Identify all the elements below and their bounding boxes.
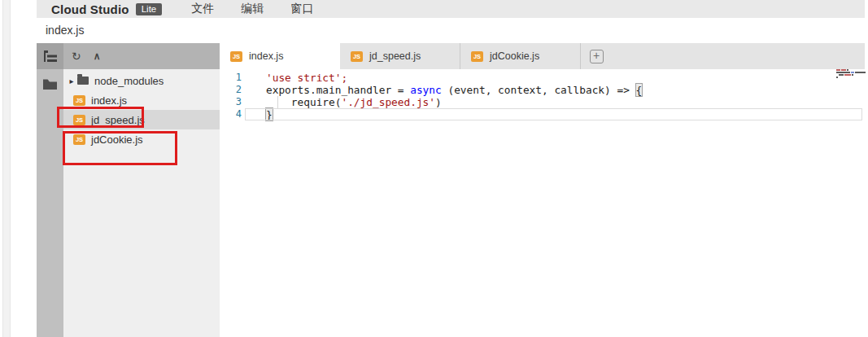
close-brace-token: }	[266, 108, 273, 120]
menu-bar: Cloud Studio Lite 文件 编辑 窗口	[37, 0, 865, 18]
cloud-studio-window: Cloud Studio Lite 文件 编辑 窗口 index.js	[0, 0, 868, 337]
string-token: 'use strict';	[266, 72, 347, 84]
activity-bar	[37, 43, 63, 337]
folder-view-button[interactable]	[37, 69, 63, 98]
minimap-line	[836, 74, 867, 76]
tab-label: index.js	[249, 50, 283, 62]
keyword-token: async	[410, 84, 442, 96]
tree-item-index-js[interactable]: JS index.js	[63, 90, 220, 110]
current-line-highlight	[245, 108, 862, 120]
plain-token: require(	[266, 96, 341, 108]
line-number: 1	[220, 72, 242, 84]
line-number: 4	[220, 108, 242, 120]
tab-index-js[interactable]: JS index.js	[220, 43, 340, 69]
open-brace-token: {	[636, 84, 643, 96]
explorer-view-button[interactable]	[37, 43, 63, 69]
code-line-2[interactable]: 2 exports.main_handler = async (event, c…	[220, 84, 865, 96]
menu-item-window[interactable]: 窗口	[290, 2, 313, 16]
menu-item-edit[interactable]: 编辑	[241, 2, 264, 16]
breadcrumb: index.js	[37, 18, 865, 42]
menu-items: 文件 编辑 窗口	[191, 2, 313, 16]
lite-badge: Lite	[136, 3, 163, 15]
line-number: 3	[220, 96, 242, 108]
editor-tab-bar: JS index.js JS jd_speed.js JS jdCookie.j…	[220, 43, 865, 69]
explorer-panel: ↻ ∧ ▸ node_modules JS index.js JS jd_spe…	[63, 43, 220, 337]
folder-icon	[43, 79, 57, 90]
breadcrumb-bar: index.js	[37, 18, 865, 43]
tree-item-jdcookie-js[interactable]: JS jdCookie.js	[63, 129, 220, 149]
menu-item-file[interactable]: 文件	[191, 2, 214, 16]
minimap-line	[836, 77, 867, 78]
tree-item-node-modules[interactable]: ▸ node_modules	[63, 71, 220, 90]
minimap[interactable]	[836, 69, 867, 79]
tree-item-jd-speed-js[interactable]: JS jd_speed.js	[63, 110, 220, 129]
plain-token: exports.main_handler =	[266, 84, 410, 96]
js-file-icon: JS	[73, 95, 85, 106]
tree-item-label: jd_speed.js	[91, 114, 145, 126]
minimap-line	[836, 72, 867, 73]
tab-jd-speed-js[interactable]: JS jd_speed.js	[340, 43, 460, 69]
tab-label: jd_speed.js	[369, 50, 421, 62]
tab-jdcookie-js[interactable]: JS jdCookie.js	[460, 43, 581, 69]
new-tab-cell: +	[581, 43, 612, 69]
js-file-icon: JS	[73, 115, 85, 125]
line-number: 2	[220, 84, 242, 96]
code-text: 'use strict';	[266, 72, 347, 84]
code-line-4[interactable]: 4 }	[220, 108, 865, 120]
plain-token: (event, context, callback) =>	[442, 84, 636, 96]
app-logo: Cloud Studio	[51, 2, 129, 16]
js-file-icon: JS	[73, 134, 85, 145]
string-token: './jd_speed.js'	[341, 96, 435, 108]
code-line-1[interactable]: 1 'use strict';	[220, 72, 865, 84]
explorer-toolbar: ↻ ∧	[63, 43, 220, 69]
plain-token: )	[435, 96, 442, 108]
code-text: require('./jd_speed.js')	[266, 96, 442, 108]
minimap-line	[836, 69, 867, 71]
refresh-icon[interactable]: ↻	[72, 50, 81, 62]
collapsed-panel-strip[interactable]	[2, 0, 11, 337]
tab-label: jdCookie.js	[490, 50, 539, 62]
code-editor[interactable]: 1 'use strict'; 2 exports.main_handler =…	[220, 69, 865, 337]
new-tab-icon[interactable]: +	[590, 50, 604, 63]
js-file-icon: JS	[471, 51, 483, 62]
tree-item-label: jdCookie.js	[91, 133, 143, 146]
folder-icon	[77, 77, 89, 85]
file-tree-icon	[44, 50, 57, 62]
chevron-right-icon[interactable]: ▸	[68, 77, 76, 85]
code-line-3[interactable]: 3 require('./jd_speed.js')	[220, 96, 865, 108]
tree-item-label: node_modules	[94, 75, 164, 87]
js-file-icon: JS	[351, 51, 363, 62]
code-text: exports.main_handler = async (event, con…	[266, 84, 642, 96]
file-tree: ▸ node_modules JS index.js JS jd_speed.j…	[63, 69, 220, 149]
tree-item-label: index.js	[91, 94, 127, 107]
code-text: }	[266, 108, 273, 120]
collapse-all-icon[interactable]: ∧	[94, 51, 101, 61]
js-file-icon: JS	[230, 51, 242, 62]
